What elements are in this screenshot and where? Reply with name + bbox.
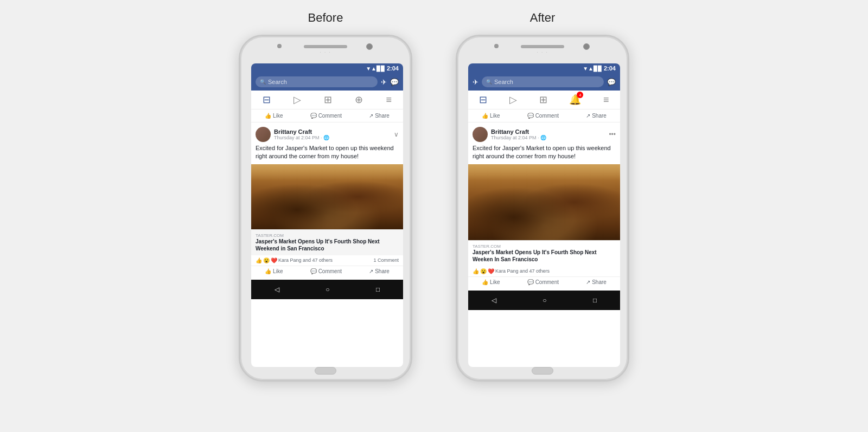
before-top-share-icon: ↗ xyxy=(369,113,373,119)
after-post-card: Brittany Craft Thursday at 2:04 PM · 🌐 •… xyxy=(468,122,620,287)
before-nav-play[interactable]: ▷ xyxy=(293,94,301,106)
after-like-emoji: 👍 xyxy=(473,268,479,274)
after-top-share-label: Share xyxy=(592,113,607,119)
before-link-domain: TASTER.COM xyxy=(256,233,399,238)
before-like-btn[interactable]: 👍 Like xyxy=(265,268,283,274)
before-section: Before · · · · · · · · · · · · ▼▲▉▉ 2:04… xyxy=(239,11,412,382)
after-top-share[interactable]: ↗ Share xyxy=(586,113,607,119)
after-share-label: Share xyxy=(592,279,607,285)
status-icons: ▼▲▉▉ xyxy=(366,66,385,72)
before-nav-menu[interactable]: ≡ xyxy=(386,94,392,106)
after-nav-play[interactable]: ▷ xyxy=(509,94,517,106)
before-reaction-row: 👍 😮 ❤️ Kara Pang and 47 others 1 Comment xyxy=(251,255,403,266)
before-post-text: Excited for Jasper's Market to open up t… xyxy=(251,144,403,164)
before-search-box[interactable]: 🔍 Search xyxy=(256,76,378,87)
after-top-comment[interactable]: 💬 Comment xyxy=(527,113,559,119)
before-top-comment[interactable]: 💬 Comment xyxy=(310,113,342,119)
after-recent-btn[interactable]: □ xyxy=(593,296,597,304)
before-top-share-label: Share xyxy=(375,113,390,119)
after-speaker-dots: · · · · · · · · · · · · xyxy=(521,45,564,48)
after-home-physical-btn[interactable] xyxy=(532,367,553,375)
before-home-physical-btn[interactable] xyxy=(315,367,336,375)
before-top-comment-label: Comment xyxy=(318,113,342,119)
before-reactions: 👍 😮 ❤️ Kara Pang and 47 others xyxy=(256,257,333,263)
before-post-header: Brittany Craft Thursday at 2:04 PM · 🌐 ∨ xyxy=(251,122,403,144)
before-top-like[interactable]: 👍 Like xyxy=(265,113,283,119)
before-like-label: Like xyxy=(273,268,283,274)
before-reaction-text: Kara Pang and 47 others xyxy=(278,257,333,263)
before-back-btn[interactable]: ◁ xyxy=(275,286,279,293)
after-top-share-icon: ↗ xyxy=(586,113,590,119)
after-comment-label: Comment xyxy=(535,279,559,285)
after-post-meta: Brittany Craft Thursday at 2:04 PM · 🌐 xyxy=(491,128,605,140)
after-reactions: 👍 😮 ❤️ Kara Pang and 47 others xyxy=(473,268,550,274)
before-share-label: Share xyxy=(375,268,390,274)
before-link-preview: TASTER.COM Jasper's Market Opens Up It's… xyxy=(251,229,403,255)
after-post-text: Excited for Jasper's Market to open up t… xyxy=(468,144,620,164)
after-notif-badge[interactable]: 🔔 4 xyxy=(569,94,581,106)
after-like-label: Like xyxy=(490,279,500,285)
after-screen: ▼▲▉▉ 2:04 ✈ 🔍 Search 💬 ⊟ xyxy=(468,63,620,367)
before-top-share[interactable]: ↗ Share xyxy=(369,113,390,119)
after-post-time: Thursday at 2:04 PM · 🌐 xyxy=(491,135,605,140)
before-home-btn[interactable]: ○ xyxy=(326,286,329,293)
before-like-icon: 👍 xyxy=(265,268,271,274)
after-send-icon[interactable]: ✈ xyxy=(473,78,478,86)
after-reaction-text: Kara Pang and 47 others xyxy=(495,268,550,274)
after-top-like[interactable]: 👍 Like xyxy=(482,113,500,119)
before-nav-store[interactable]: ⊞ xyxy=(324,94,332,106)
before-like-emoji: 👍 xyxy=(256,257,262,263)
before-avatar xyxy=(256,127,271,142)
before-action-bar-top: 👍 Like 💬 Comment ↗ Share xyxy=(251,109,403,122)
after-link-title: Jasper's Market Opens Up It's Fourth Sho… xyxy=(473,249,616,263)
before-post-meta: Brittany Craft Thursday at 2:04 PM · 🌐 xyxy=(274,128,391,140)
after-comment-icon: 💬 xyxy=(527,279,534,285)
notification-count: 4 xyxy=(577,92,583,98)
before-search-text: Search xyxy=(268,79,287,85)
after-nav-menu[interactable]: ≡ xyxy=(603,94,609,106)
after-android-nav: ◁ ○ □ xyxy=(468,291,620,310)
after-top-like-icon: 👍 xyxy=(482,113,488,119)
before-android-nav: ◁ ○ □ xyxy=(251,280,403,299)
before-wow-emoji: 😮 xyxy=(263,257,270,263)
after-post-more[interactable]: ••• xyxy=(609,131,616,138)
before-comment-btn[interactable]: 💬 Comment xyxy=(310,268,342,274)
after-status-bar: ▼▲▉▉ 2:04 xyxy=(468,63,620,73)
after-post-author: Brittany Craft xyxy=(491,128,605,135)
before-messenger-icon[interactable]: 💬 xyxy=(390,78,399,86)
after-nav-store[interactable]: ⊞ xyxy=(539,94,547,106)
before-screen: ▼▲▉▉ 2:04 🔍 Search ✈ 💬 ⊟ xyxy=(251,63,403,367)
after-share-btn[interactable]: ↗ Share xyxy=(586,279,607,285)
after-reaction-row: 👍 😮 ❤️ Kara Pang and 47 others xyxy=(468,266,620,277)
comparison-row: Before · · · · · · · · · · · · ▼▲▉▉ 2:04… xyxy=(239,11,629,382)
before-post-more[interactable]: ∨ xyxy=(394,131,399,138)
after-heart-emoji: ❤️ xyxy=(488,268,494,274)
before-recent-btn[interactable]: □ xyxy=(376,286,380,293)
before-nav: ⊟ ▷ ⊞ ⊕ ≡ xyxy=(251,91,403,109)
after-top-comment-label: Comment xyxy=(535,113,559,119)
before-send-icon[interactable]: ✈ xyxy=(381,78,387,86)
after-link-domain: TASTER.COM xyxy=(473,244,616,249)
after-comment-btn[interactable]: 💬 Comment xyxy=(527,279,559,285)
before-comment-count: 1 Comment xyxy=(373,257,399,263)
before-link-title: Jasper's Market Opens Up It's Fourth Sho… xyxy=(256,238,399,252)
after-like-btn[interactable]: 👍 Like xyxy=(482,279,500,285)
after-search-box[interactable]: 🔍 Search xyxy=(482,76,604,87)
after-time: 2:04 xyxy=(604,65,616,72)
after-wow-emoji: 😮 xyxy=(480,268,487,274)
before-nav-globe[interactable]: ⊕ xyxy=(355,94,363,106)
after-top-comment-icon: 💬 xyxy=(527,113,534,119)
before-status-bar: ▼▲▉▉ 2:04 xyxy=(251,63,403,73)
after-nav-home[interactable]: ⊟ xyxy=(479,94,487,106)
after-messenger-icon[interactable]: 💬 xyxy=(607,78,616,86)
before-nav-home[interactable]: ⊟ xyxy=(263,94,271,106)
after-back-btn[interactable]: ◁ xyxy=(492,296,496,304)
after-phone-shell: · · · · · · · · · · · · ▼▲▉▉ 2:04 ✈ 🔍 Se xyxy=(456,35,629,382)
after-share-icon: ↗ xyxy=(586,279,590,285)
after-camera xyxy=(583,43,590,50)
after-home-btn[interactable]: ○ xyxy=(542,296,546,304)
before-share-btn[interactable]: ↗ Share xyxy=(369,268,390,274)
after-like-icon: 👍 xyxy=(482,279,488,285)
before-post-author: Brittany Craft xyxy=(274,128,391,135)
before-post-time: Thursday at 2:04 PM · 🌐 xyxy=(274,135,391,140)
